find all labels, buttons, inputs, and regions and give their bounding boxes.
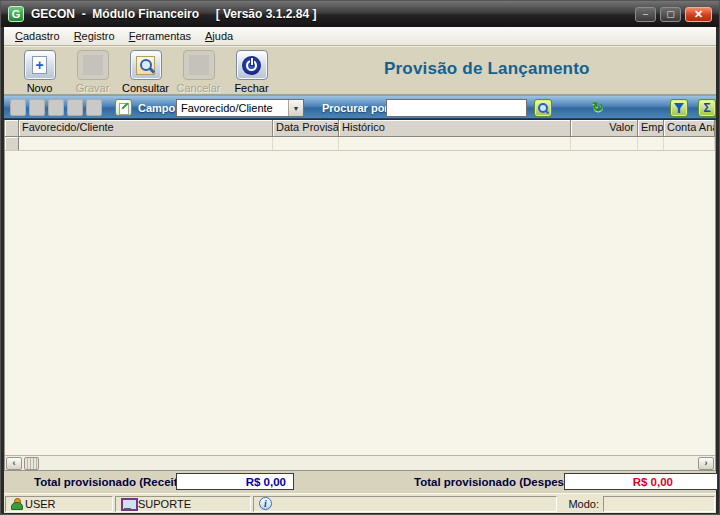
horizontal-scrollbar[interactable]: ‹ › xyxy=(5,455,715,470)
close-icon: ✕ xyxy=(694,9,703,20)
cell-historico[interactable] xyxy=(339,137,571,150)
search-folder-icon xyxy=(136,56,155,75)
despesa-value-field: R$ 0,00 xyxy=(564,473,718,490)
menu-registro[interactable]: Registro xyxy=(68,28,123,44)
chevron-down-icon[interactable]: ▼ xyxy=(288,100,303,116)
scrollbar-thumb[interactable] xyxy=(24,457,39,470)
campo-label: Campo xyxy=(138,102,175,114)
search-input[interactable] xyxy=(386,99,527,117)
modo-value-field xyxy=(603,496,715,512)
gravar-button xyxy=(77,50,109,80)
totals-bar: Total provisionado (Receita): R$ 0,00 To… xyxy=(4,471,716,493)
fechar-label: Fechar xyxy=(234,82,268,94)
results-grid: Favorecido/Cliente Data Provisão Históri… xyxy=(4,120,716,471)
scroll-right-icon: › xyxy=(705,459,708,468)
refresh-icon[interactable]: ↻ xyxy=(592,100,604,114)
menu-ajuda[interactable]: Ajuda xyxy=(199,28,241,44)
nav-last-button-disabled xyxy=(67,99,83,116)
title-bar[interactable]: G GECON - Módulo Financeiro [ Versão 3.1… xyxy=(1,1,719,27)
computer-icon xyxy=(121,498,134,510)
nav-prev-button-disabled xyxy=(29,99,45,116)
col-emp[interactable]: Emp xyxy=(638,120,664,137)
filter-button[interactable] xyxy=(670,99,688,117)
status-info-panel: i xyxy=(253,496,557,512)
col-historico[interactable]: Histórico xyxy=(339,120,571,137)
station-name: SUPORTE xyxy=(138,498,191,510)
cancel-icon xyxy=(189,55,209,75)
new-document-icon: + xyxy=(32,56,47,74)
window-title: GECON - Módulo Financeiro [ Versão 3.1.2… xyxy=(31,7,316,21)
campo-selected-value: Favorecido/Cliente xyxy=(181,102,288,114)
toolbar: + Novo Gravar Consultar Cancelar xyxy=(4,46,716,95)
nav-extra-button-disabled xyxy=(86,99,102,116)
col-selector[interactable] xyxy=(5,120,19,137)
fechar-button[interactable] xyxy=(236,50,268,80)
novo-label: Novo xyxy=(27,82,53,94)
search-icon xyxy=(538,103,549,114)
user-name: USER xyxy=(25,498,56,510)
edit-field-button[interactable] xyxy=(115,99,132,116)
status-station-panel: SUPORTE xyxy=(115,496,251,512)
info-icon[interactable]: i xyxy=(259,497,272,510)
cancelar-label: Cancelar xyxy=(176,82,220,94)
nav-next-button-disabled xyxy=(48,99,64,116)
procurar-label: Procurar por xyxy=(322,102,389,114)
maximize-button[interactable]: ▢ xyxy=(660,7,681,22)
row-selector-cell[interactable] xyxy=(5,137,19,150)
nav-first-button-disabled xyxy=(10,99,26,116)
user-icon xyxy=(11,498,21,510)
toolbar-item-consultar: Consultar xyxy=(119,50,172,94)
toolbar-item-gravar: Gravar xyxy=(66,50,119,94)
sigma-icon: Σ xyxy=(703,102,710,114)
cell-favorecido[interactable] xyxy=(19,137,273,150)
table-row[interactable] xyxy=(5,137,715,151)
search-button[interactable] xyxy=(534,99,552,117)
novo-button[interactable]: + xyxy=(24,50,56,80)
menu-cadastro[interactable]: Cadastro xyxy=(9,28,68,44)
save-icon xyxy=(83,55,103,75)
cell-valor[interactable] xyxy=(571,137,638,150)
campo-select[interactable]: Favorecido/Cliente ▼ xyxy=(176,99,304,117)
modo-section: Modo: xyxy=(568,496,715,512)
page-title: Provisão de Lançamento xyxy=(384,59,590,79)
window-controls: – ▢ ✕ xyxy=(635,7,712,22)
minimize-icon: – xyxy=(643,10,648,19)
cell-data-provisao[interactable] xyxy=(273,137,339,150)
filter-bar: Campo Favorecido/Cliente ▼ Procurar por … xyxy=(4,95,716,119)
scroll-left-button[interactable]: ‹ xyxy=(6,457,22,470)
grid-header: Favorecido/Cliente Data Provisão Históri… xyxy=(5,120,715,137)
sum-button[interactable]: Σ xyxy=(698,99,716,117)
menu-ferramentas[interactable]: Ferramentas xyxy=(123,28,199,44)
toolbar-item-novo: + Novo xyxy=(13,50,66,94)
col-valor[interactable]: Valor xyxy=(571,120,638,137)
receita-value-field: R$ 0,00 xyxy=(176,473,294,490)
modo-label: Modo: xyxy=(568,498,599,510)
app-logo-icon: G xyxy=(8,6,24,22)
cell-conta[interactable] xyxy=(664,137,715,150)
receita-label: Total provisionado (Receita): xyxy=(34,476,192,488)
gravar-label: Gravar xyxy=(76,82,110,94)
despesa-label: Total provisionado (Despesa): xyxy=(414,476,578,488)
cancelar-button xyxy=(183,50,215,80)
app-window: G GECON - Módulo Financeiro [ Versão 3.1… xyxy=(0,0,720,515)
toolbar-item-fechar: Fechar xyxy=(225,50,278,94)
minimize-button[interactable]: – xyxy=(635,7,656,22)
consultar-label: Consultar xyxy=(122,82,169,94)
col-data-provisao[interactable]: Data Provisão xyxy=(273,120,339,137)
maximize-icon: ▢ xyxy=(666,10,675,19)
close-button[interactable]: ✕ xyxy=(685,7,712,22)
menu-bar: Cadastro Registro Ferramentas Ajuda xyxy=(4,27,716,46)
col-conta-analitica[interactable]: Conta Ana xyxy=(664,120,715,137)
consultar-button[interactable] xyxy=(130,50,162,80)
col-favorecido[interactable]: Favorecido/Cliente xyxy=(19,120,273,137)
status-user-panel: USER xyxy=(5,496,113,512)
power-close-icon xyxy=(242,56,261,75)
funnel-icon xyxy=(674,103,684,113)
status-bar: USER SUPORTE i Modo: xyxy=(4,493,716,513)
cell-emp[interactable] xyxy=(638,137,664,150)
toolbar-item-cancelar: Cancelar xyxy=(172,50,225,94)
scroll-right-button[interactable]: › xyxy=(698,457,714,470)
scroll-left-icon: ‹ xyxy=(13,459,16,468)
